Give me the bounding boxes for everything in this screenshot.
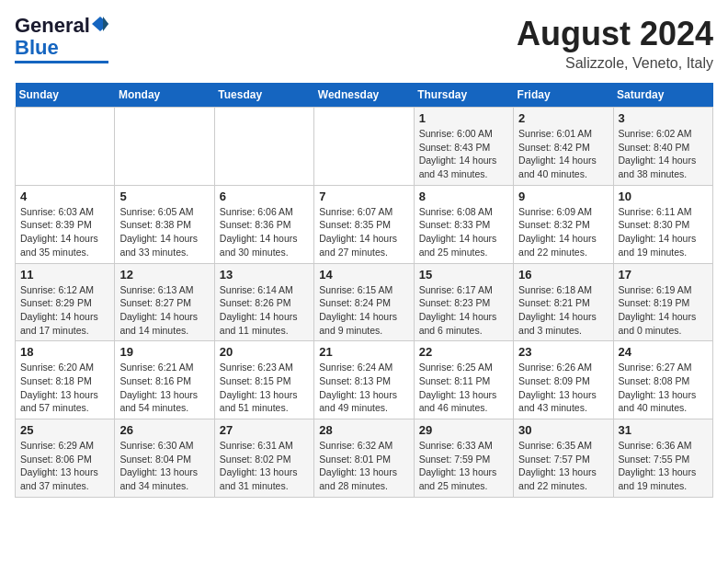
day-number: 27	[220, 423, 309, 437]
day-number: 23	[518, 345, 608, 359]
calendar-cell: 7Sunrise: 6:07 AM Sunset: 8:35 PM Daylig…	[314, 185, 414, 263]
calendar-cell: 26Sunrise: 6:30 AM Sunset: 8:04 PM Dayli…	[115, 419, 214, 498]
calendar-cell	[16, 108, 115, 186]
day-number: 21	[319, 345, 408, 359]
calendar-cell: 4Sunrise: 6:03 AM Sunset: 8:39 PM Daylig…	[16, 185, 115, 263]
calendar-cell: 3Sunrise: 6:02 AM Sunset: 8:40 PM Daylig…	[613, 108, 712, 186]
day-number: 11	[20, 268, 109, 282]
day-number: 24	[619, 345, 708, 359]
day-of-week-header: Friday	[514, 83, 613, 108]
day-number: 26	[119, 423, 209, 437]
calendar-cell: 18Sunrise: 6:20 AM Sunset: 8:18 PM Dayli…	[16, 341, 115, 419]
day-number: 14	[319, 268, 408, 282]
calendar-cell: 24Sunrise: 6:27 AM Sunset: 8:08 PM Dayli…	[613, 341, 712, 419]
calendar-cell: 28Sunrise: 6:32 AM Sunset: 8:01 PM Dayli…	[314, 419, 414, 498]
day-number: 18	[20, 345, 109, 359]
day-info: Sunrise: 6:00 AM Sunset: 8:43 PM Dayligh…	[419, 128, 497, 179]
day-info: Sunrise: 6:35 AM Sunset: 7:57 PM Dayligh…	[518, 440, 597, 491]
day-info: Sunrise: 6:30 AM Sunset: 8:04 PM Dayligh…	[119, 440, 198, 491]
day-info: Sunrise: 6:25 AM Sunset: 8:11 PM Dayligh…	[419, 362, 497, 413]
day-number: 15	[419, 268, 508, 282]
day-info: Sunrise: 6:29 AM Sunset: 8:06 PM Dayligh…	[20, 440, 98, 491]
day-number: 1	[419, 111, 508, 125]
day-of-week-header: Monday	[115, 83, 214, 108]
day-info: Sunrise: 6:27 AM Sunset: 8:08 PM Dayligh…	[619, 362, 697, 413]
header-row: SundayMondayTuesdayWednesdayThursdayFrid…	[16, 83, 713, 108]
day-number: 28	[319, 423, 408, 437]
calendar-cell: 27Sunrise: 6:31 AM Sunset: 8:02 PM Dayli…	[214, 419, 313, 498]
day-info: Sunrise: 6:32 AM Sunset: 8:01 PM Dayligh…	[319, 440, 397, 491]
logo-icon	[92, 16, 108, 32]
day-number: 20	[220, 345, 309, 359]
calendar-week-row: 25Sunrise: 6:29 AM Sunset: 8:06 PM Dayli…	[16, 419, 713, 498]
calendar-cell: 6Sunrise: 6:06 AM Sunset: 8:36 PM Daylig…	[214, 185, 313, 263]
day-info: Sunrise: 6:07 AM Sunset: 8:35 PM Dayligh…	[319, 206, 397, 258]
day-number: 3	[619, 111, 708, 125]
day-number: 8	[419, 190, 508, 203]
calendar-cell: 19Sunrise: 6:21 AM Sunset: 8:16 PM Dayli…	[115, 341, 214, 419]
calendar-cell: 9Sunrise: 6:09 AM Sunset: 8:32 PM Daylig…	[514, 185, 613, 263]
calendar-cell	[214, 108, 313, 186]
day-info: Sunrise: 6:19 AM Sunset: 8:19 PM Dayligh…	[619, 284, 697, 336]
day-of-week-header: Thursday	[414, 83, 513, 108]
calendar-cell: 12Sunrise: 6:13 AM Sunset: 8:27 PM Dayli…	[115, 263, 214, 341]
calendar-table: SundayMondayTuesdayWednesdayThursdayFrid…	[15, 83, 713, 498]
day-info: Sunrise: 6:02 AM Sunset: 8:40 PM Dayligh…	[619, 128, 697, 179]
day-info: Sunrise: 6:03 AM Sunset: 8:39 PM Dayligh…	[20, 206, 98, 258]
day-number: 19	[119, 345, 209, 359]
day-number: 17	[619, 268, 708, 282]
calendar-week-row: 4Sunrise: 6:03 AM Sunset: 8:39 PM Daylig…	[16, 185, 713, 263]
day-number: 9	[518, 190, 608, 203]
calendar-cell: 15Sunrise: 6:17 AM Sunset: 8:23 PM Dayli…	[414, 263, 513, 341]
day-number: 2	[518, 111, 608, 125]
day-number: 30	[518, 423, 608, 437]
page-header: General Blue August 2024 Salizzole, Vene…	[15, 15, 713, 72]
svg-marker-1	[103, 17, 108, 31]
calendar-cell: 23Sunrise: 6:26 AM Sunset: 8:09 PM Dayli…	[514, 341, 613, 419]
main-title: August 2024	[517, 15, 713, 53]
calendar-cell: 31Sunrise: 6:36 AM Sunset: 7:55 PM Dayli…	[613, 419, 712, 498]
day-info: Sunrise: 6:18 AM Sunset: 8:21 PM Dayligh…	[518, 284, 597, 336]
calendar-cell: 30Sunrise: 6:35 AM Sunset: 7:57 PM Dayli…	[514, 419, 613, 498]
day-info: Sunrise: 6:08 AM Sunset: 8:33 PM Dayligh…	[419, 206, 497, 258]
day-of-week-header: Sunday	[16, 83, 115, 108]
day-info: Sunrise: 6:14 AM Sunset: 8:26 PM Dayligh…	[220, 284, 298, 336]
day-number: 22	[419, 345, 508, 359]
day-of-week-header: Tuesday	[214, 83, 313, 108]
calendar-cell: 16Sunrise: 6:18 AM Sunset: 8:21 PM Dayli…	[514, 263, 613, 341]
day-number: 31	[619, 423, 708, 437]
day-of-week-header: Wednesday	[314, 83, 414, 108]
day-info: Sunrise: 6:15 AM Sunset: 8:24 PM Dayligh…	[319, 284, 397, 336]
day-number: 5	[119, 190, 209, 203]
calendar-cell: 22Sunrise: 6:25 AM Sunset: 8:11 PM Dayli…	[414, 341, 513, 419]
logo: General Blue	[15, 15, 108, 63]
day-number: 4	[20, 190, 109, 203]
day-number: 13	[220, 268, 309, 282]
calendar-cell: 13Sunrise: 6:14 AM Sunset: 8:26 PM Dayli…	[214, 263, 313, 341]
day-info: Sunrise: 6:05 AM Sunset: 8:38 PM Dayligh…	[119, 206, 198, 258]
calendar-week-row: 11Sunrise: 6:12 AM Sunset: 8:29 PM Dayli…	[16, 263, 713, 341]
day-info: Sunrise: 6:13 AM Sunset: 8:27 PM Dayligh…	[119, 284, 198, 336]
calendar-cell: 14Sunrise: 6:15 AM Sunset: 8:24 PM Dayli…	[314, 263, 414, 341]
calendar-cell: 21Sunrise: 6:24 AM Sunset: 8:13 PM Dayli…	[314, 341, 414, 419]
day-number: 25	[20, 423, 109, 437]
calendar-week-row: 1Sunrise: 6:00 AM Sunset: 8:43 PM Daylig…	[16, 108, 713, 186]
day-info: Sunrise: 6:36 AM Sunset: 7:55 PM Dayligh…	[619, 440, 697, 491]
day-of-week-header: Saturday	[613, 83, 712, 108]
day-info: Sunrise: 6:20 AM Sunset: 8:18 PM Dayligh…	[20, 362, 98, 413]
day-number: 6	[220, 190, 309, 203]
day-info: Sunrise: 6:06 AM Sunset: 8:36 PM Dayligh…	[220, 206, 298, 258]
subtitle: Salizzole, Veneto, Italy	[517, 55, 713, 72]
calendar-week-row: 18Sunrise: 6:20 AM Sunset: 8:18 PM Dayli…	[16, 341, 713, 419]
day-info: Sunrise: 6:17 AM Sunset: 8:23 PM Dayligh…	[419, 284, 497, 336]
calendar-cell: 8Sunrise: 6:08 AM Sunset: 8:33 PM Daylig…	[414, 185, 513, 263]
day-info: Sunrise: 6:01 AM Sunset: 8:42 PM Dayligh…	[518, 128, 597, 179]
day-info: Sunrise: 6:11 AM Sunset: 8:30 PM Dayligh…	[619, 206, 697, 258]
calendar-cell: 10Sunrise: 6:11 AM Sunset: 8:30 PM Dayli…	[613, 185, 712, 263]
day-info: Sunrise: 6:24 AM Sunset: 8:13 PM Dayligh…	[319, 362, 397, 413]
calendar-body: 1Sunrise: 6:00 AM Sunset: 8:43 PM Daylig…	[16, 108, 713, 498]
day-number: 10	[619, 190, 708, 203]
calendar-cell: 5Sunrise: 6:05 AM Sunset: 8:38 PM Daylig…	[115, 185, 214, 263]
calendar-cell: 11Sunrise: 6:12 AM Sunset: 8:29 PM Dayli…	[16, 263, 115, 341]
day-number: 16	[518, 268, 608, 282]
